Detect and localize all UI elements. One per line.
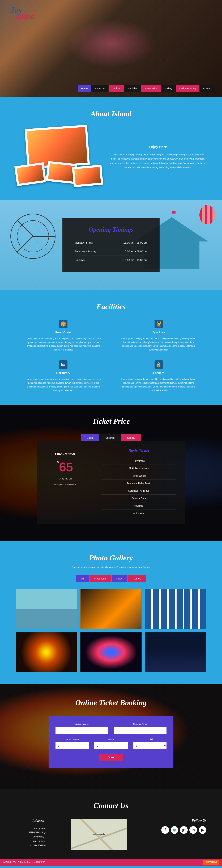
- timing-row: Saturday - Sunday10.00 am - 09.00 pm: [74, 247, 148, 256]
- facility-desc: Lorem Ipsum is simply dummy text of the …: [24, 337, 102, 352]
- ticket-feature: Entry Pass: [101, 457, 176, 465]
- gallery-item[interactable]: [80, 632, 141, 672]
- facility-title: Food Court: [24, 331, 102, 334]
- date-label: Date of Visit: [114, 723, 166, 726]
- food-court-icon: 🍔: [59, 320, 67, 328]
- book-button[interactable]: Book: [99, 753, 123, 761]
- facility-item: 🛏DormitoryLorem Ipsum is simply dummy te…: [24, 361, 102, 392]
- ticket-tab-basic[interactable]: Basic: [81, 434, 99, 441]
- footer-link[interactable]: 模板下载模板: [203, 860, 219, 865]
- facility-title: Lockers: [120, 371, 198, 375]
- gallery-subtitle: Duis euismod massa ut sem fringilla blan…: [0, 566, 222, 568]
- nav-timings[interactable]: Timings: [109, 85, 124, 92]
- social-t-icon[interactable]: 🐦: [171, 826, 178, 834]
- gallery-item[interactable]: [80, 589, 141, 629]
- filter-rides[interactable]: Rides: [112, 575, 127, 582]
- facility-desc: Lorem Ipsum is simply dummy text of the …: [120, 377, 198, 392]
- social-in-icon[interactable]: in: [189, 826, 197, 834]
- address-title: Address: [15, 819, 61, 823]
- total-label: Total Tickets: [56, 738, 89, 741]
- social-yt-icon[interactable]: ▶: [199, 826, 207, 834]
- nav-ticket-price[interactable]: Ticket Price: [141, 85, 161, 92]
- timing-days: Saturday - Sunday: [74, 250, 96, 253]
- nav-online-booking[interactable]: Online Booking: [176, 85, 199, 92]
- dormitory-icon: 🛏: [59, 361, 67, 369]
- gallery-grid: [15, 589, 207, 672]
- ticket-tab-special[interactable]: Special: [121, 434, 141, 441]
- adults-select[interactable]: 0: [94, 742, 128, 749]
- timings-heading: Opening Timings: [74, 226, 148, 233]
- facility-title: Dormitory: [24, 371, 102, 375]
- balloon-icon: [199, 205, 215, 224]
- ticket-tab-children[interactable]: Children: [99, 434, 121, 441]
- map-embed[interactable]: Indianapolis: [71, 819, 127, 850]
- nav-home[interactable]: Home: [78, 85, 91, 92]
- child-label: Child: [133, 738, 166, 741]
- filter-all[interactable]: All: [76, 575, 89, 582]
- timing-row: Monday - Friday11.00 am - 08.00 pm: [74, 238, 148, 247]
- gallery-section: Photo Gallery Duis euismod massa ut sem …: [0, 541, 222, 684]
- lockers-icon: 🔒: [155, 361, 163, 369]
- photo-small-3: [72, 165, 103, 187]
- ticket-feature: Carousel - All Rides: [101, 487, 176, 495]
- ferris-wheel-icon: [10, 214, 56, 259]
- nav-facilities[interactable]: Facilities: [124, 85, 141, 92]
- date-input[interactable]: [114, 727, 166, 734]
- nav-contact[interactable]: Contact: [200, 85, 215, 92]
- about-subheading: Enjoy Here: [109, 145, 207, 149]
- photo-small-1: [14, 162, 46, 186]
- about-section: About Island Enjoy Here Lorem Ipsum is s…: [0, 97, 222, 200]
- filter-games[interactable]: Games: [128, 575, 146, 582]
- ticket-person-label: One Person: [42, 452, 87, 456]
- timing-days: Monday - Friday: [74, 241, 93, 244]
- facility-desc: Lorem Ipsum is simply dummy text of the …: [120, 337, 198, 352]
- name-input[interactable]: [56, 727, 108, 734]
- timing-hours: 10.00 am - 09.00 pm: [124, 250, 148, 253]
- facilities-heading: Facilities: [0, 302, 222, 311]
- facility-item: 🍔Food CourtLorem Ipsum is simply dummy t…: [24, 320, 102, 352]
- gallery-heading: Photo Gallery: [0, 553, 222, 562]
- follow-title: Follow Us: [137, 819, 207, 823]
- ticket-feature: Ferris Wheel: [101, 472, 176, 479]
- gallery-item[interactable]: [145, 632, 207, 672]
- ticket-tabs: BasicChildrenSpecial: [0, 434, 222, 441]
- ticket-tagline-1: Fun as You Like: [42, 477, 87, 480]
- booking-section: Online Ticket Booking Visitor Name Date …: [0, 684, 222, 789]
- ticket-feature: All Roller Coasters: [101, 465, 176, 472]
- timings-card: Opening Timings Monday - Friday11.00 am …: [62, 218, 160, 272]
- ticket-section: Ticket Price BasicChildrenSpecial One Pe…: [0, 405, 222, 541]
- gallery-item[interactable]: [15, 589, 77, 629]
- logo[interactable]: Joy Island: [0, 0, 222, 26]
- filter-water-land[interactable]: Water land: [90, 575, 111, 582]
- contact-section: Contact Us Address Lorem ipsumHTML5 Buil…: [0, 789, 222, 859]
- ticket-feature: Bumper Cars: [101, 495, 176, 502]
- gallery-filters: AllWater landRidesGames: [0, 575, 222, 582]
- nav-gallery[interactable]: Gallery: [161, 85, 176, 92]
- booking-heading: Online Ticket Booking: [0, 698, 222, 707]
- timings-section: Opening Timings Monday - Friday11.00 am …: [0, 200, 222, 290]
- contact-heading: Contact Us: [0, 801, 222, 810]
- ticket-tagline-2: Only place in the World: [42, 484, 87, 486]
- gallery-item[interactable]: [15, 632, 77, 672]
- facility-item: 🔒LockersLorem Ipsum is simply dummy text…: [120, 361, 198, 392]
- adults-label: Adults: [94, 738, 128, 741]
- timing-hours: 11.00 am - 08.00 pm: [124, 241, 148, 244]
- timing-hours: 10.00 am - 10.00 pm: [124, 258, 148, 261]
- gallery-item[interactable]: [145, 589, 207, 629]
- social-f-icon[interactable]: f: [161, 826, 169, 834]
- timing-days: Holidays: [74, 258, 85, 261]
- spa-area-icon: 💆: [155, 320, 163, 328]
- child-select[interactable]: 0: [133, 742, 166, 749]
- ticket-feature: water slide: [101, 509, 176, 517]
- facility-desc: Lorem Ipsum is simply dummy text of the …: [24, 377, 102, 392]
- ticket-feature: Pendulum Rides Basic: [101, 479, 176, 487]
- facilities-section: Facilities 🍔Food CourtLorem Ipsum is sim…: [0, 290, 222, 405]
- photo-collage: [15, 127, 102, 188]
- ticket-heading: Ticket Price: [0, 417, 222, 426]
- facility-title: Spa Area: [120, 331, 198, 334]
- total-select[interactable]: 0: [56, 742, 89, 749]
- nav-about-us[interactable]: About Us: [91, 85, 108, 92]
- hero-banner: Joy Island HomeAbout UsTimingsFacilities…: [0, 0, 222, 97]
- footer-bar: 本模板由HTML5bbs.xieshuo.com整理下载 模板下载模板: [0, 859, 222, 866]
- social-g-icon[interactable]: g+: [180, 826, 188, 834]
